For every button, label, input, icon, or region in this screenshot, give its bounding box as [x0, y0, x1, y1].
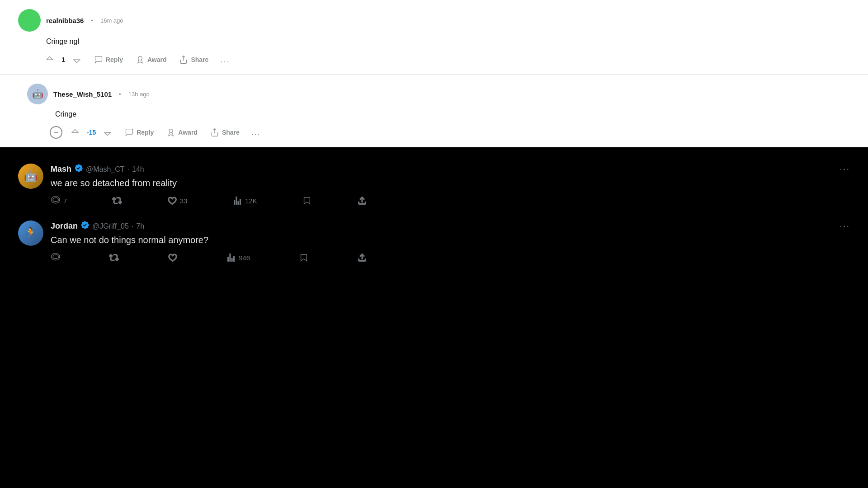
- reddit-comment-1: realnibba36 • 16m ago Cringe ngl 1: [0, 0, 868, 75]
- tweet-1-header: Mash @Mash_CT · 14h: [51, 164, 850, 175]
- retweet-icon-t2: [109, 253, 119, 263]
- tweet-1-share-btn[interactable]: [357, 196, 367, 206]
- comment-1-time: 16m ago: [100, 17, 123, 24]
- reply-label-2: Reply: [137, 129, 154, 136]
- more-btn-1[interactable]: ...: [217, 53, 233, 66]
- tweet-1-sep: ·: [127, 165, 129, 174]
- tweet-1-bookmark-btn[interactable]: [302, 196, 312, 206]
- tweet-2-text: Can we not do things normal anymore?: [51, 234, 850, 246]
- share-label-2: Share: [222, 129, 240, 136]
- downvote-btn-2[interactable]: [99, 125, 117, 140]
- tweet-1-views-btn[interactable]: 12K: [232, 196, 257, 206]
- tweet-1-actions: 7 33 12K: [51, 196, 367, 206]
- award-btn-1[interactable]: Award: [131, 52, 171, 67]
- comment-2-time: 13h ago: [128, 91, 150, 98]
- reply-btn-1[interactable]: Reply: [90, 52, 127, 67]
- share-btn-1[interactable]: Share: [175, 52, 213, 67]
- comment-1-separator: •: [91, 17, 93, 24]
- share-icon-t1: [357, 196, 367, 206]
- tweet-1-like-count: 33: [180, 197, 188, 205]
- tweet-1-name: Mash: [51, 164, 71, 174]
- reddit-section: realnibba36 • 16m ago Cringe ngl 1: [0, 0, 868, 147]
- tweet-2-reply-btn[interactable]: [51, 253, 61, 263]
- tweet-2-views-btn[interactable]: 946: [226, 253, 250, 263]
- comment-1-actions: 1 Reply Award: [41, 52, 850, 67]
- award-btn-2[interactable]: Award: [162, 125, 202, 140]
- tweet-1-views-count: 12K: [245, 197, 257, 205]
- comment-2-header: 🤖 These_Wish_5101 • 13h ago: [27, 84, 850, 104]
- tweet-2-header: Jordan @JGriff_05 · 7h: [51, 221, 850, 232]
- like-icon-t2: [168, 253, 178, 263]
- award-label-1: Award: [147, 56, 167, 63]
- comment-2-avatar: 🤖: [27, 84, 48, 104]
- tweet-2-verified: [80, 221, 90, 232]
- downvote-icon-2: [103, 128, 112, 137]
- bookmark-icon-t1: [302, 196, 312, 206]
- tweet-1-avatar: 🤖: [18, 164, 43, 189]
- retweet-icon-t1: [112, 196, 122, 206]
- tweet-1-text: we are so detached from reality: [51, 177, 850, 189]
- downvote-btn-1[interactable]: [68, 52, 86, 67]
- tweet-1-retweet-btn[interactable]: [112, 196, 122, 206]
- twitter-section: 🤖 Mash @Mash_CT · 14h we are so detached…: [0, 147, 868, 279]
- share-btn-2[interactable]: Share: [206, 125, 244, 140]
- tweet-2-time: 7h: [136, 222, 144, 230]
- svg-point-1: [169, 129, 173, 133]
- upvote-btn-1[interactable]: [41, 52, 59, 67]
- views-icon-t2: [226, 253, 236, 263]
- tweet-2-like-btn[interactable]: [168, 253, 178, 263]
- reply-icon-t2: [51, 253, 61, 263]
- vote-count-1: 1: [61, 56, 65, 63]
- tweet-2: 🏃 Jordan @JGriff_05 · 7h Can we not do t…: [18, 213, 850, 270]
- tweet-1-handle: @Mash_CT: [86, 165, 125, 174]
- tweet-1: 🤖 Mash @Mash_CT · 14h we are so detached…: [18, 156, 850, 213]
- share-icon-1: [179, 55, 188, 64]
- share-icon-2: [210, 128, 219, 137]
- upvote-icon-2: [71, 128, 80, 137]
- collapse-btn-2[interactable]: −: [50, 126, 62, 139]
- tweet-2-sep: ·: [132, 222, 133, 230]
- tweet-2-share-btn[interactable]: [357, 253, 367, 263]
- comment-1-header: realnibba36 • 16m ago: [18, 9, 850, 32]
- bookmark-icon-t2: [299, 253, 309, 263]
- comment-1-body: Cringe ngl: [46, 36, 850, 47]
- tweet-1-like-btn[interactable]: 33: [167, 196, 188, 206]
- tweet-1-reply-count: 7: [63, 197, 67, 205]
- reply-icon-1: [94, 55, 103, 64]
- reddit-comment-2: 🤖 These_Wish_5101 • 13h ago Cringe − -15: [0, 75, 868, 147]
- tweet-2-bookmark-btn[interactable]: [299, 253, 309, 263]
- tweet-1-content: Mash @Mash_CT · 14h we are so detached f…: [51, 164, 850, 206]
- reply-btn-2[interactable]: Reply: [120, 125, 158, 140]
- tweet-1-time: 14h: [132, 165, 144, 174]
- upvote-btn-2[interactable]: [66, 125, 84, 140]
- award-icon-1: [136, 55, 145, 64]
- vote-area-2: -15: [66, 125, 117, 140]
- share-label-1: Share: [191, 56, 208, 63]
- upvote-icon-1: [45, 55, 54, 64]
- more-btn-2[interactable]: ...: [248, 126, 264, 139]
- tweet-2-avatar: 🏃: [18, 221, 43, 246]
- tweet-2-actions: 946: [51, 253, 367, 263]
- tweet-2-name: Jordan: [51, 221, 78, 231]
- reply-icon-2: [125, 128, 134, 137]
- comment-2-actions: − -15 Reply: [50, 125, 850, 140]
- tweet-2-handle: @JGriff_05: [92, 222, 129, 230]
- views-icon-t1: [232, 196, 242, 206]
- award-label-2: Award: [178, 129, 198, 136]
- tweet-2-more-btn[interactable]: ···: [840, 221, 850, 231]
- comment-1-avatar: [18, 9, 41, 32]
- reply-icon-t1: [51, 196, 61, 206]
- vote-count-2: -15: [87, 129, 96, 136]
- tweet-1-verified: [74, 164, 83, 175]
- tweet-1-reply-btn[interactable]: 7: [51, 196, 67, 206]
- share-icon-t2: [357, 253, 367, 263]
- tweet-1-more-btn[interactable]: ···: [840, 164, 850, 174]
- comment-2-username: These_Wish_5101: [53, 90, 112, 98]
- reply-label-1: Reply: [106, 56, 123, 63]
- downvote-icon-1: [72, 55, 81, 64]
- comment-2-separator: •: [119, 91, 121, 98]
- vote-area-1: 1: [41, 52, 86, 67]
- tweet-2-retweet-btn[interactable]: [109, 253, 119, 263]
- tweet-2-views-count: 946: [239, 254, 250, 262]
- comment-2-body: Cringe: [55, 109, 850, 120]
